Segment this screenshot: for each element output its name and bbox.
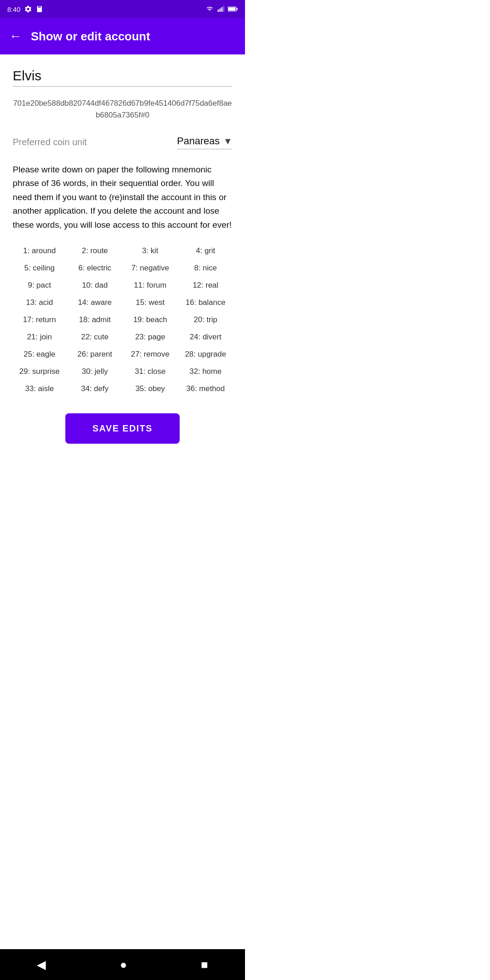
mnemonic-word: 30: jelly	[68, 365, 122, 378]
mnemonic-word: 15: west	[123, 296, 177, 309]
svg-rect-6	[221, 7, 223, 12]
mnemonic-word: 1: around	[13, 245, 66, 257]
status-left: 8:40	[7, 5, 43, 13]
mnemonic-word: 23: page	[123, 331, 177, 343]
mnemonic-word: 28: upgrade	[179, 348, 232, 361]
mnemonic-word: 24: divert	[179, 331, 232, 343]
svg-rect-7	[223, 6, 225, 12]
coin-unit-row: Preferred coin unit Panareas ▼	[13, 135, 232, 149]
mnemonic-word: 31: close	[123, 365, 177, 378]
svg-rect-4	[218, 10, 219, 12]
mnemonic-word: 11: forum	[123, 279, 177, 292]
mnemonic-word: 6: electric	[68, 262, 122, 274]
settings-icon	[24, 5, 32, 13]
mnemonic-word: 2: route	[68, 245, 122, 257]
page-title: Show or edit account	[31, 29, 150, 44]
save-btn-container: SAVE EDITS	[13, 413, 232, 444]
mnemonic-word: 36: method	[179, 382, 232, 395]
mnemonic-word: 22: cute	[68, 331, 122, 343]
signal-icon	[217, 5, 225, 13]
mnemonic-word: 4: grit	[179, 245, 232, 257]
mnemonic-word: 29: surprise	[13, 365, 66, 378]
status-bar: 8:40	[0, 0, 245, 18]
mnemonic-word: 32: home	[179, 365, 232, 378]
mnemonic-word: 33: aisle	[13, 382, 66, 395]
coin-unit-label: Preferred coin unit	[13, 137, 87, 147]
mnemonic-word: 25: eagle	[13, 348, 66, 361]
mnemonic-word: 14: aware	[68, 296, 122, 309]
account-name-input[interactable]	[13, 68, 232, 87]
mnemonic-word: 9: pact	[13, 279, 66, 292]
mnemonic-warning: Please write down on paper the following…	[13, 163, 232, 232]
mnemonic-word: 10: dad	[68, 279, 122, 292]
mnemonic-grid: 1: around2: route3: kit4: grit5: ceiling…	[13, 245, 232, 395]
time-display: 8:40	[7, 5, 20, 13]
svg-rect-9	[228, 7, 235, 10]
back-button[interactable]: ←	[9, 29, 22, 44]
mnemonic-word: 35: obey	[123, 382, 177, 395]
memory-card-icon	[36, 5, 43, 13]
mnemonic-word: 7: negative	[123, 262, 177, 274]
mnemonic-word: 5: ceiling	[13, 262, 66, 274]
svg-rect-10	[236, 8, 237, 10]
mnemonic-word: 27: remove	[123, 348, 177, 361]
svg-rect-1	[39, 6, 39, 8]
mnemonic-word: 26: parent	[68, 348, 122, 361]
svg-rect-2	[39, 6, 40, 8]
mnemonic-word: 19: beach	[123, 314, 177, 326]
mnemonic-word: 12: real	[179, 279, 232, 292]
mnemonic-word: 20: trip	[179, 314, 232, 326]
save-edits-button[interactable]: SAVE EDITS	[65, 413, 180, 444]
dropdown-arrow-icon: ▼	[223, 136, 232, 147]
coin-unit-dropdown[interactable]: Panareas ▼	[177, 135, 232, 149]
mnemonic-word: 18: admit	[68, 314, 122, 326]
svg-rect-5	[220, 9, 221, 12]
mnemonic-word: 34: defy	[68, 382, 122, 395]
mnemonic-word: 17: return	[13, 314, 66, 326]
battery-icon	[228, 6, 238, 12]
content-area: 701e20be588db820744df467826d67b9fe451406…	[0, 54, 245, 471]
app-bar: ← Show or edit account	[0, 18, 245, 54]
mnemonic-word: 21: join	[13, 331, 66, 343]
mnemonic-word: 8: nice	[179, 262, 232, 274]
mnemonic-word: 16: balance	[179, 296, 232, 309]
mnemonic-word: 13: acid	[13, 296, 66, 309]
account-hash: 701e20be588db820744df467826d67b9fe451406…	[13, 98, 232, 121]
coin-unit-selected: Panareas	[177, 135, 220, 147]
status-right	[205, 5, 238, 13]
mnemonic-word: 3: kit	[123, 245, 177, 257]
svg-rect-3	[40, 6, 41, 8]
wifi-icon	[205, 5, 214, 13]
